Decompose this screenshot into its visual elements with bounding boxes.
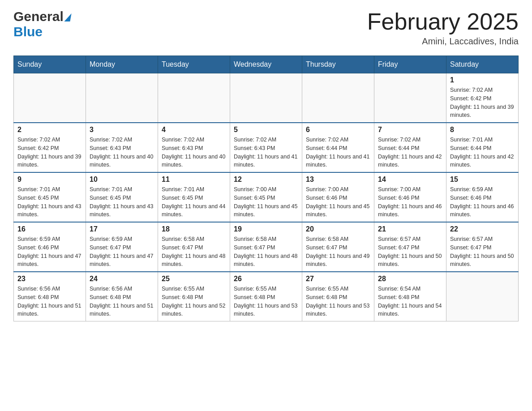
day-number: 12 — [234, 176, 298, 184]
day-number: 13 — [306, 176, 370, 184]
header-monday: Monday — [86, 56, 158, 73]
table-row: 10Sunrise: 7:01 AM Sunset: 6:45 PM Dayli… — [86, 172, 158, 222]
table-row — [86, 73, 158, 123]
table-row — [14, 73, 86, 123]
day-info: Sunrise: 7:02 AM Sunset: 6:44 PM Dayligh… — [306, 136, 370, 169]
logo-triangle-icon — [64, 13, 71, 21]
logo-general-text: General — [13, 9, 64, 24]
day-info: Sunrise: 6:56 AM Sunset: 6:48 PM Dayligh… — [90, 285, 154, 318]
calendar-week-row: 23Sunrise: 6:56 AM Sunset: 6:48 PM Dayli… — [14, 272, 519, 321]
header-thursday: Thursday — [302, 56, 374, 73]
day-info: Sunrise: 6:58 AM Sunset: 6:47 PM Dayligh… — [162, 235, 226, 269]
day-info: Sunrise: 6:55 AM Sunset: 6:48 PM Dayligh… — [162, 285, 226, 318]
header-tuesday: Tuesday — [158, 56, 230, 73]
table-row: 19Sunrise: 6:58 AM Sunset: 6:47 PM Dayli… — [230, 222, 302, 272]
table-row: 18Sunrise: 6:58 AM Sunset: 6:47 PM Dayli… — [158, 222, 230, 272]
location-text: Amini, Laccadives, India — [367, 36, 519, 47]
day-info: Sunrise: 6:59 AM Sunset: 6:46 PM Dayligh… — [450, 185, 515, 219]
logo: General Blue — [13, 9, 71, 39]
table-row: 16Sunrise: 6:59 AM Sunset: 6:46 PM Dayli… — [14, 222, 86, 272]
table-row: 15Sunrise: 6:59 AM Sunset: 6:46 PM Dayli… — [446, 172, 519, 222]
table-row: 28Sunrise: 6:54 AM Sunset: 6:48 PM Dayli… — [374, 272, 446, 321]
day-number: 25 — [162, 275, 226, 283]
day-info: Sunrise: 6:55 AM Sunset: 6:48 PM Dayligh… — [306, 285, 370, 318]
day-info: Sunrise: 6:56 AM Sunset: 6:48 PM Dayligh… — [17, 285, 82, 318]
day-info: Sunrise: 7:00 AM Sunset: 6:45 PM Dayligh… — [234, 185, 298, 219]
header-saturday: Saturday — [446, 56, 519, 73]
table-row: 25Sunrise: 6:55 AM Sunset: 6:48 PM Dayli… — [158, 272, 230, 321]
day-number: 8 — [450, 126, 515, 134]
day-number: 4 — [162, 126, 226, 134]
table-row: 23Sunrise: 6:56 AM Sunset: 6:48 PM Dayli… — [14, 272, 86, 321]
day-info: Sunrise: 7:02 AM Sunset: 6:43 PM Dayligh… — [162, 136, 226, 169]
title-section: February 2025 Amini, Laccadives, India — [367, 9, 519, 47]
day-info: Sunrise: 6:57 AM Sunset: 6:47 PM Dayligh… — [378, 235, 442, 269]
day-number: 27 — [306, 275, 370, 283]
table-row: 4Sunrise: 7:02 AM Sunset: 6:43 PM Daylig… — [158, 123, 230, 172]
day-number: 22 — [450, 225, 515, 233]
logo-blue-text: Blue — [13, 24, 43, 39]
day-info: Sunrise: 6:54 AM Sunset: 6:48 PM Dayligh… — [378, 285, 442, 318]
day-number: 26 — [234, 275, 298, 283]
day-info: Sunrise: 7:00 AM Sunset: 6:46 PM Dayligh… — [378, 185, 442, 219]
table-row: 3Sunrise: 7:02 AM Sunset: 6:43 PM Daylig… — [86, 123, 158, 172]
day-info: Sunrise: 7:02 AM Sunset: 6:43 PM Dayligh… — [90, 136, 154, 169]
day-info: Sunrise: 7:00 AM Sunset: 6:46 PM Dayligh… — [306, 185, 370, 219]
day-info: Sunrise: 6:58 AM Sunset: 6:47 PM Dayligh… — [306, 235, 370, 269]
header-sunday: Sunday — [14, 56, 86, 73]
day-info: Sunrise: 6:58 AM Sunset: 6:47 PM Dayligh… — [234, 235, 298, 269]
table-row: 2Sunrise: 7:02 AM Sunset: 6:42 PM Daylig… — [14, 123, 86, 172]
calendar-header-row: Sunday Monday Tuesday Wednesday Thursday… — [14, 56, 519, 73]
table-row: 20Sunrise: 6:58 AM Sunset: 6:47 PM Dayli… — [302, 222, 374, 272]
table-row — [302, 73, 374, 123]
table-row: 17Sunrise: 6:59 AM Sunset: 6:47 PM Dayli… — [86, 222, 158, 272]
table-row: 14Sunrise: 7:00 AM Sunset: 6:46 PM Dayli… — [374, 172, 446, 222]
table-row: 24Sunrise: 6:56 AM Sunset: 6:48 PM Dayli… — [86, 272, 158, 321]
day-info: Sunrise: 6:59 AM Sunset: 6:46 PM Dayligh… — [17, 235, 82, 269]
day-number: 20 — [306, 225, 370, 233]
table-row: 11Sunrise: 7:01 AM Sunset: 6:45 PM Dayli… — [158, 172, 230, 222]
calendar-table: Sunday Monday Tuesday Wednesday Thursday… — [13, 56, 519, 321]
day-number: 1 — [450, 76, 515, 84]
day-info: Sunrise: 7:02 AM Sunset: 6:42 PM Dayligh… — [450, 86, 515, 120]
table-row: 5Sunrise: 7:02 AM Sunset: 6:43 PM Daylig… — [230, 123, 302, 172]
day-number: 5 — [234, 126, 298, 134]
day-info: Sunrise: 7:02 AM Sunset: 6:44 PM Dayligh… — [378, 136, 442, 169]
day-number: 18 — [162, 225, 226, 233]
day-info: Sunrise: 7:01 AM Sunset: 6:45 PM Dayligh… — [162, 185, 226, 219]
day-number: 16 — [17, 225, 82, 233]
day-number: 2 — [17, 126, 82, 134]
day-number: 14 — [378, 176, 442, 184]
table-row: 8Sunrise: 7:01 AM Sunset: 6:44 PM Daylig… — [446, 123, 519, 172]
day-number: 6 — [306, 126, 370, 134]
table-row — [374, 73, 446, 123]
table-row: 7Sunrise: 7:02 AM Sunset: 6:44 PM Daylig… — [374, 123, 446, 172]
table-row: 21Sunrise: 6:57 AM Sunset: 6:47 PM Dayli… — [374, 222, 446, 272]
day-number: 10 — [90, 176, 154, 184]
day-info: Sunrise: 6:55 AM Sunset: 6:48 PM Dayligh… — [234, 285, 298, 318]
day-number: 11 — [162, 176, 226, 184]
table-row: 27Sunrise: 6:55 AM Sunset: 6:48 PM Dayli… — [302, 272, 374, 321]
table-row — [158, 73, 230, 123]
table-row: 12Sunrise: 7:00 AM Sunset: 6:45 PM Dayli… — [230, 172, 302, 222]
day-number: 19 — [234, 225, 298, 233]
table-row: 6Sunrise: 7:02 AM Sunset: 6:44 PM Daylig… — [302, 123, 374, 172]
day-number: 9 — [17, 176, 82, 184]
table-row: 1Sunrise: 7:02 AM Sunset: 6:42 PM Daylig… — [446, 73, 519, 123]
day-number: 3 — [90, 126, 154, 134]
day-info: Sunrise: 7:01 AM Sunset: 6:44 PM Dayligh… — [450, 136, 515, 169]
day-info: Sunrise: 7:01 AM Sunset: 6:45 PM Dayligh… — [90, 185, 154, 219]
day-number: 24 — [90, 275, 154, 283]
table-row — [230, 73, 302, 123]
table-row: 26Sunrise: 6:55 AM Sunset: 6:48 PM Dayli… — [230, 272, 302, 321]
day-number: 17 — [90, 225, 154, 233]
table-row: 22Sunrise: 6:57 AM Sunset: 6:47 PM Dayli… — [446, 222, 519, 272]
calendar-week-row: 16Sunrise: 6:59 AM Sunset: 6:46 PM Dayli… — [14, 222, 519, 272]
table-row: 13Sunrise: 7:00 AM Sunset: 6:46 PM Dayli… — [302, 172, 374, 222]
day-info: Sunrise: 7:02 AM Sunset: 6:42 PM Dayligh… — [17, 136, 82, 169]
table-row — [446, 272, 519, 321]
day-number: 23 — [17, 275, 82, 283]
month-title: February 2025 — [367, 9, 519, 34]
day-info: Sunrise: 6:59 AM Sunset: 6:47 PM Dayligh… — [90, 235, 154, 269]
header-friday: Friday — [374, 56, 446, 73]
